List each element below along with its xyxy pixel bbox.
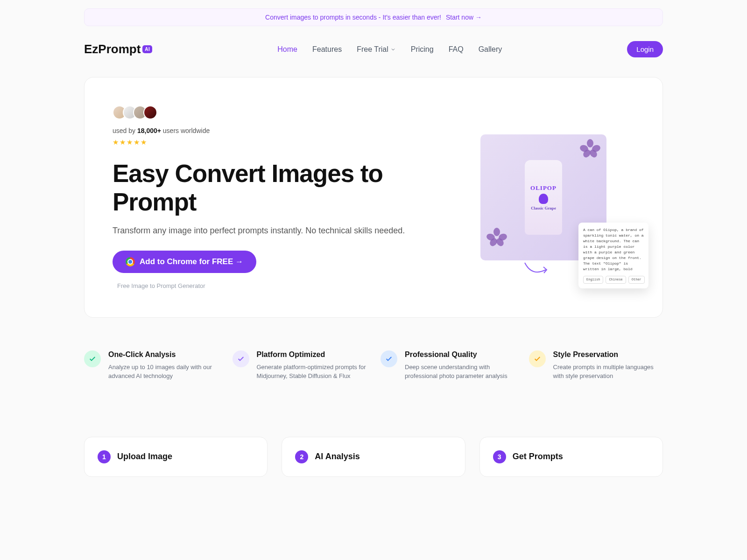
- used-by-prefix: used by: [113, 127, 137, 134]
- cta-label: Add to Chrome for FREE →: [140, 257, 243, 266]
- grape-icon: [539, 194, 548, 204]
- star-icon: ★: [141, 138, 147, 147]
- step-number: 2: [295, 450, 308, 463]
- step-number: 1: [98, 450, 111, 463]
- add-to-chrome-button[interactable]: Add to Chrome for FREE →: [113, 251, 256, 273]
- feature-title: Professional Quality: [405, 350, 515, 359]
- logo-text: EzPrompt: [84, 42, 141, 56]
- language-chips: English Chinese Other: [583, 276, 644, 284]
- user-avatars: [113, 105, 411, 119]
- logo-badge: AI: [142, 45, 152, 53]
- login-button[interactable]: Login: [627, 41, 663, 57]
- main-nav: Home Features Free Trial Pricing FAQ Gal…: [277, 45, 502, 54]
- hero-title: Easy Convert Images to Prompt: [113, 160, 411, 217]
- nav-gallery[interactable]: Gallery: [479, 45, 502, 54]
- star-icon: ★: [120, 138, 126, 147]
- step-title: Upload Image: [117, 452, 172, 462]
- step-title: AI Analysis: [315, 452, 359, 462]
- check-icon: [233, 350, 249, 367]
- star-icon: ★: [127, 138, 133, 147]
- prompt-text: A can of Olipop, a brand of sparkling to…: [583, 227, 644, 272]
- steps-row: 1 Upload Image 2 AI Analysis 3 Get Promp…: [84, 437, 663, 477]
- banner-cta-link[interactable]: Start now →: [446, 14, 482, 21]
- star-icon: ★: [113, 138, 119, 147]
- hero-content: used by 18,000+ users worldwide ★ ★ ★ ★ …: [113, 105, 411, 289]
- feature-item: Platform Optimized Generate platform-opt…: [233, 350, 367, 381]
- flower-decoration: [581, 139, 599, 158]
- hero-section: used by 18,000+ users worldwide ★ ★ ★ ★ …: [84, 77, 663, 318]
- feature-title: Platform Optimized: [257, 350, 367, 359]
- used-by-suffix: users worldwide: [161, 127, 210, 134]
- feature-desc: Analyze up to 10 images daily with our a…: [108, 363, 218, 381]
- arrow-icon: [522, 260, 550, 279]
- check-icon: [381, 350, 397, 367]
- step-title: Get Prompts: [513, 452, 563, 462]
- used-by-count: 18,000+: [137, 127, 161, 134]
- hero-subtitle: Transform any image into perfect prompts…: [113, 226, 411, 236]
- avatar: [143, 105, 157, 119]
- nav-home[interactable]: Home: [277, 45, 297, 54]
- nav-features[interactable]: Features: [312, 45, 342, 54]
- nav-pricing[interactable]: Pricing: [411, 45, 434, 54]
- feature-desc: Deep scene understanding with profession…: [405, 363, 515, 381]
- can-flavor: Classic Grape: [531, 206, 556, 210]
- can-brand: OLIPOP: [530, 184, 557, 192]
- hero-demo: OLIPOP Classic Grape A can of Olipop, a …: [480, 134, 634, 260]
- feature-desc: Create prompts in multiple languages wit…: [553, 363, 663, 381]
- promo-banner[interactable]: Convert images to prompts in seconds - I…: [84, 8, 663, 26]
- product-can: OLIPOP Classic Grape: [525, 160, 562, 235]
- feature-item: Style Preservation Create prompts in mul…: [529, 350, 663, 381]
- feature-item: One-Click Analysis Analyze up to 10 imag…: [84, 350, 218, 381]
- lang-chip-chinese[interactable]: Chinese: [606, 276, 626, 284]
- nav-faq[interactable]: FAQ: [449, 45, 464, 54]
- nav-free-trial[interactable]: Free Trial: [357, 45, 396, 54]
- chevron-down-icon: [390, 47, 396, 52]
- nav-free-trial-label: Free Trial: [357, 45, 388, 54]
- features-row: One-Click Analysis Analyze up to 10 imag…: [84, 350, 663, 381]
- free-note: Free Image to Prompt Generator: [117, 282, 411, 289]
- star-rating: ★ ★ ★ ★ ★: [113, 138, 411, 147]
- banner-text: Convert images to prompts in seconds - I…: [265, 14, 441, 21]
- logo[interactable]: EzPrompt AI: [84, 42, 152, 56]
- step-card: 1 Upload Image: [84, 437, 268, 477]
- check-icon: [529, 350, 546, 367]
- prompt-preview-card: A can of Olipop, a brand of sparkling to…: [578, 223, 648, 288]
- chrome-icon: [126, 257, 135, 266]
- used-by-text: used by 18,000+ users worldwide: [113, 127, 411, 134]
- check-icon: [84, 350, 101, 367]
- lang-chip-english[interactable]: English: [583, 276, 603, 284]
- step-number: 3: [493, 450, 506, 463]
- lang-chip-other[interactable]: Other: [628, 276, 645, 284]
- feature-title: One-Click Analysis: [108, 350, 218, 359]
- flower-decoration: [487, 228, 506, 246]
- star-icon: ★: [134, 138, 140, 147]
- step-card: 2 AI Analysis: [282, 437, 465, 477]
- feature-item: Professional Quality Deep scene understa…: [381, 350, 515, 381]
- header: EzPrompt AI Home Features Free Trial Pri…: [84, 26, 663, 72]
- feature-desc: Generate platform-optimized prompts for …: [257, 363, 367, 381]
- step-card: 3 Get Prompts: [479, 437, 663, 477]
- feature-title: Style Preservation: [553, 350, 663, 359]
